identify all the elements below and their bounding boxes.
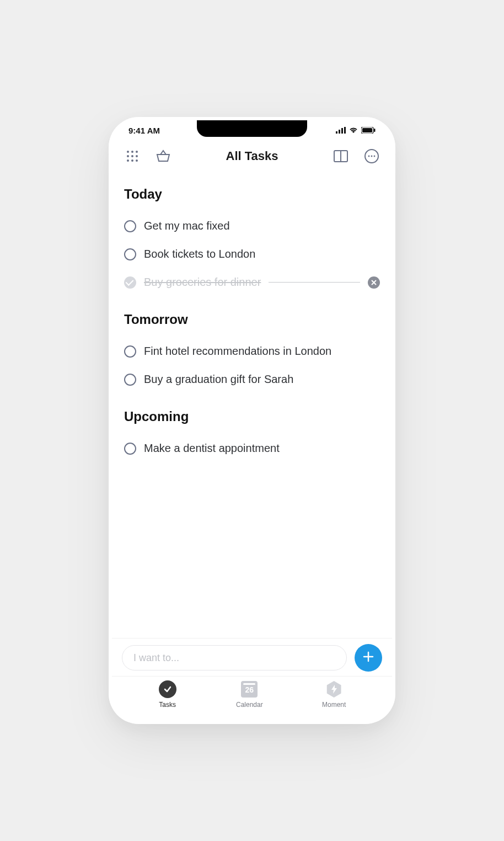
book-icon[interactable] (333, 148, 349, 164)
tab-tasks[interactable]: Tasks (158, 680, 177, 709)
svg-point-13 (127, 159, 129, 162)
svg-point-10 (127, 155, 129, 157)
section-today: Today Get my mac fixed Book tickets to L… (124, 187, 380, 296)
tasks-tab-icon (159, 680, 176, 698)
top-toolbar: All Tasks (112, 140, 392, 167)
task-item[interactable]: Book tickets to London (124, 240, 380, 268)
tab-bar: Tasks 26 Calendar Moment (112, 676, 392, 721)
task-item[interactable]: Make a dentist appointment (124, 434, 380, 462)
tab-label: Moment (322, 701, 346, 709)
page-title: All Tasks (226, 149, 278, 163)
plus-icon (362, 650, 375, 666)
status-time: 9:41 AM (128, 126, 160, 135)
section-upcoming: Upcoming Make a dentist appointment (124, 409, 380, 462)
task-label: Buy groceries for dinner (144, 276, 261, 289)
more-icon[interactable] (363, 148, 380, 164)
svg-marker-26 (331, 685, 337, 694)
svg-rect-1 (339, 130, 340, 134)
svg-rect-0 (336, 131, 337, 134)
calendar-day-number: 26 (245, 685, 254, 694)
svg-rect-2 (341, 128, 343, 134)
section-title: Upcoming (124, 409, 380, 424)
checkbox-icon[interactable] (124, 374, 136, 386)
svg-point-15 (136, 159, 138, 162)
new-task-input[interactable] (122, 645, 347, 670)
task-label: Get my mac fixed (144, 220, 230, 232)
svg-point-8 (131, 151, 133, 153)
device-notch (197, 120, 307, 137)
svg-point-14 (131, 159, 133, 162)
tab-calendar[interactable]: 26 Calendar (236, 680, 263, 709)
signal-icon (336, 126, 346, 135)
svg-point-9 (136, 151, 138, 153)
screen: 9:41 AM Al (112, 120, 392, 721)
checkbox-icon[interactable] (124, 443, 136, 455)
moment-tab-icon (326, 681, 342, 698)
basket-icon[interactable] (155, 148, 171, 164)
tab-label: Calendar (236, 701, 263, 709)
task-item[interactable]: Fint hotel recommendations in London (124, 337, 380, 365)
svg-rect-5 (362, 128, 372, 132)
tab-moment[interactable]: Moment (322, 680, 346, 709)
svg-point-11 (131, 155, 133, 157)
svg-point-19 (368, 156, 370, 157)
section-title: Today (124, 187, 380, 202)
task-label: Buy a graduation gift for Sarah (144, 373, 293, 386)
task-label: Book tickets to London (144, 248, 255, 260)
svg-rect-3 (344, 127, 346, 134)
svg-point-12 (136, 155, 138, 157)
section-title: Tomorrow (124, 312, 380, 327)
svg-rect-6 (374, 129, 376, 132)
phone-frame: 9:41 AM Al (109, 117, 395, 724)
task-item[interactable]: Buy a graduation gift for Sarah (124, 365, 380, 393)
wifi-icon (349, 126, 358, 135)
delete-task-button[interactable] (368, 276, 380, 289)
task-item-completed[interactable]: Buy groceries for dinner (124, 268, 380, 296)
svg-point-21 (374, 156, 376, 157)
battery-icon (361, 126, 376, 135)
strike-line (269, 282, 360, 283)
task-label: Make a dentist appointment (144, 442, 280, 455)
svg-point-20 (371, 156, 373, 157)
checkbox-icon[interactable] (124, 220, 136, 232)
checkbox-icon[interactable] (124, 248, 136, 260)
task-item[interactable]: Get my mac fixed (124, 212, 380, 240)
checkbox-checked-icon[interactable] (124, 276, 136, 289)
checkbox-icon[interactable] (124, 345, 136, 358)
add-task-button[interactable] (355, 644, 382, 672)
task-label: Fint hotel recommendations in London (144, 345, 331, 358)
status-indicators (336, 126, 376, 135)
calendar-tab-icon: 26 (241, 681, 258, 698)
svg-point-7 (127, 151, 129, 153)
grid-menu-icon[interactable] (124, 148, 141, 164)
new-task-input-row (112, 638, 392, 676)
task-list-content[interactable]: Today Get my mac fixed Book tickets to L… (112, 167, 392, 638)
section-tomorrow: Tomorrow Fint hotel recommendations in L… (124, 312, 380, 393)
tab-label: Tasks (159, 701, 176, 709)
